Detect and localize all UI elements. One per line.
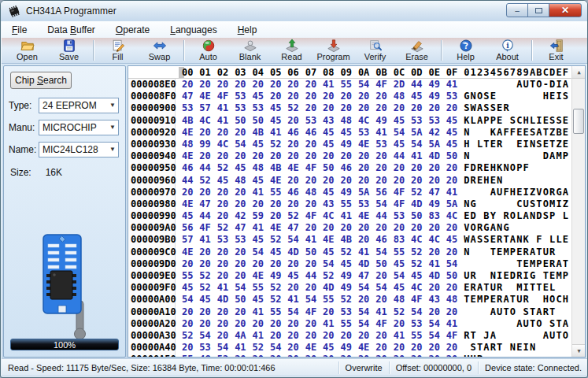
hex-byte-cell[interactable]: 20	[425, 162, 442, 174]
hex-byte-cell[interactable]: 20	[320, 330, 337, 342]
hex-byte-cell[interactable]: 4B	[338, 234, 355, 246]
hex-byte-cell[interactable]: 52	[390, 306, 408, 318]
hex-byte-cell[interactable]: 47	[179, 91, 196, 102]
ascii-cell[interactable]: TEMPERATUR HOCH	[464, 294, 570, 306]
hex-byte-cell[interactable]: 54	[390, 127, 408, 139]
hex-byte-cell[interactable]: 20	[302, 222, 320, 234]
hex-byte-cell[interactable]: 20	[390, 318, 408, 330]
hex-byte-cell[interactable]: 4E	[250, 270, 267, 282]
hex-byte-cell[interactable]: 52	[267, 294, 284, 306]
hex-byte-cell[interactable]: 20	[250, 258, 267, 270]
hex-byte-cell[interactable]: 20	[302, 102, 320, 114]
hex-byte-cell[interactable]: 49	[425, 79, 442, 91]
hex-byte-cell[interactable]: 20	[355, 234, 372, 246]
hex-byte-cell[interactable]: 20	[284, 282, 301, 294]
hex-byte-cell[interactable]: 20	[284, 79, 301, 91]
hex-byte-cell[interactable]: 20	[408, 102, 425, 114]
hex-byte-cell[interactable]: 4E	[355, 342, 372, 354]
hex-byte-cell[interactable]: 20	[443, 246, 460, 258]
hex-byte-cell[interactable]: 46	[372, 234, 390, 246]
hex-byte-cell[interactable]: 43	[320, 198, 337, 210]
hex-byte-cell[interactable]: 45	[390, 258, 408, 270]
hex-byte-cell[interactable]: 20	[408, 342, 425, 354]
hex-byte-cell[interactable]: 54	[214, 342, 231, 354]
hex-byte-cell[interactable]: 20	[355, 162, 372, 174]
hex-byte-cell[interactable]: 4C	[196, 115, 213, 127]
hex-byte-cell[interactable]: 4E	[267, 222, 284, 234]
hex-byte-cell[interactable]: 20	[302, 282, 320, 294]
hex-byte-cell[interactable]: 20	[231, 198, 249, 210]
hex-byte-cell[interactable]: 54	[250, 246, 267, 258]
hex-byte-cell[interactable]: 4D	[320, 282, 337, 294]
hex-byte-cell[interactable]: 54	[231, 282, 249, 294]
hex-byte-cell[interactable]: 20	[320, 222, 337, 234]
hex-byte-cell[interactable]: 20	[338, 222, 355, 234]
hex-byte-cell[interactable]: 4E	[179, 150, 196, 162]
hex-byte-cell[interactable]: 44	[196, 210, 213, 222]
hex-byte-cell[interactable]: 48	[390, 91, 408, 102]
hex-byte-cell[interactable]: 20	[231, 79, 249, 91]
hex-byte-cell[interactable]: 45	[338, 258, 355, 270]
hex-byte-cell[interactable]: 20	[267, 318, 284, 330]
hex-byte-cell[interactable]: 50	[320, 162, 337, 174]
hex-byte-cell[interactable]: 54	[408, 139, 425, 150]
hex-byte-cell[interactable]: 20	[284, 115, 301, 127]
hex-byte-cell[interactable]: 52	[250, 342, 267, 354]
hex-byte-cell[interactable]: 20	[443, 342, 460, 354]
hex-byte-cell[interactable]: 41	[372, 127, 390, 139]
hex-byte-cell[interactable]: 52	[320, 270, 337, 282]
hex-byte-cell[interactable]: 20	[284, 318, 301, 330]
hex-byte-cell[interactable]: 55	[338, 318, 355, 330]
hex-byte-cell[interactable]: 20	[425, 102, 442, 114]
blank-button[interactable]: Blank	[229, 38, 271, 63]
hex-byte-cell[interactable]: 52	[267, 139, 284, 150]
hex-byte-cell[interactable]: 54	[355, 282, 372, 294]
hex-byte-cell[interactable]: 4E	[179, 127, 196, 139]
hex-byte-cell[interactable]: 20	[284, 330, 301, 342]
fill-button[interactable]: Fill	[97, 38, 139, 63]
ascii-cell[interactable]: ERATUR MITTEL	[464, 282, 570, 294]
hex-byte-cell[interactable]: 49	[338, 270, 355, 282]
hex-byte-cell[interactable]: 4E	[355, 139, 372, 150]
hex-byte-cell[interactable]: 20	[390, 102, 408, 114]
hex-byte-cell[interactable]: 20	[320, 150, 337, 162]
hex-byte-cell[interactable]: 53	[179, 102, 196, 114]
hex-byte-cell[interactable]: 50	[231, 115, 249, 127]
hex-byte-cell[interactable]: 45	[284, 270, 301, 282]
hex-byte-cell[interactable]: 4E	[196, 91, 213, 102]
hex-byte-cell[interactable]: 53	[372, 139, 390, 150]
hex-byte-cell[interactable]: 5A	[443, 198, 460, 210]
hex-byte-cell[interactable]: 20	[443, 162, 460, 174]
hex-byte-cell[interactable]: 20	[214, 318, 231, 330]
hex-byte-cell[interactable]: 45	[408, 91, 425, 102]
hex-byte-cell[interactable]: 41	[214, 282, 231, 294]
hex-byte-cell[interactable]: 49	[338, 139, 355, 150]
minimize-button[interactable]: –	[506, 3, 528, 17]
hex-byte-cell[interactable]: 20	[250, 79, 267, 91]
hex-byte-cell[interactable]: 44	[302, 270, 320, 282]
hex-byte-cell[interactable]: 41	[284, 294, 301, 306]
hex-byte-cell[interactable]: 5A	[408, 127, 425, 139]
hex-byte-cell[interactable]: 4B	[179, 115, 196, 127]
hex-byte-cell[interactable]: 54	[443, 258, 460, 270]
hex-byte-cell[interactable]: 20	[214, 306, 231, 318]
hex-byte-cell[interactable]: 54	[372, 246, 390, 258]
hex-byte-cell[interactable]: 45	[338, 127, 355, 139]
hex-byte-cell[interactable]: 53	[214, 234, 231, 246]
ascii-cell[interactable]: RT JA AUTO	[464, 330, 570, 342]
hex-byte-cell[interactable]: 52	[214, 354, 231, 358]
hex-byte-cell[interactable]: 4F	[214, 91, 231, 102]
hex-byte-cell[interactable]: 20	[338, 150, 355, 162]
hex-byte-cell[interactable]: 20	[372, 162, 390, 174]
hex-byte-cell[interactable]: 52	[284, 210, 301, 222]
hex-byte-cell[interactable]: 45	[250, 294, 267, 306]
hex-byte-cell[interactable]: 47	[284, 222, 301, 234]
hex-byte-cell[interactable]: 47	[231, 222, 249, 234]
hex-byte-cell[interactable]: 45	[320, 342, 337, 354]
hex-byte-cell[interactable]: 45	[443, 234, 460, 246]
hex-byte-cell[interactable]: 55	[320, 294, 337, 306]
hex-byte-cell[interactable]: 50	[443, 150, 460, 162]
hex-byte-cell[interactable]: 45	[267, 115, 284, 127]
hex-byte-cell[interactable]: 4A	[231, 330, 249, 342]
hex-byte-cell[interactable]: 20	[196, 258, 213, 270]
